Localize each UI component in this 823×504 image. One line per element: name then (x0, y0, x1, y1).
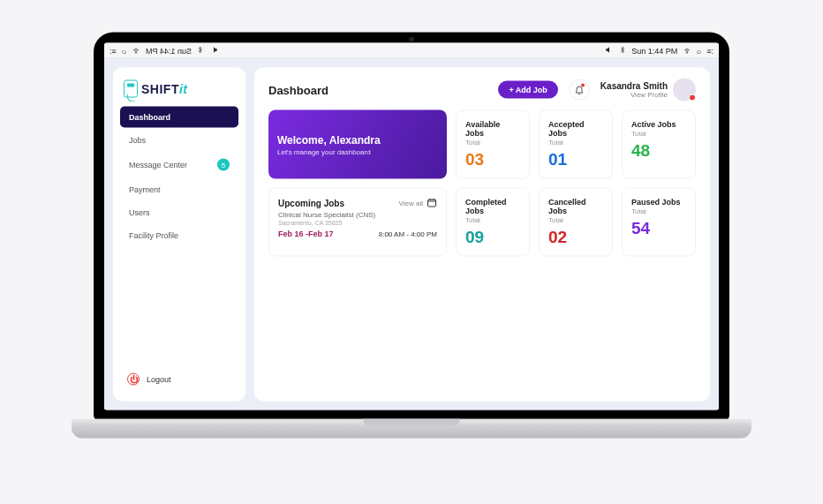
stat-label: Cancelled Jobs (548, 198, 603, 215)
svg-point-1 (687, 52, 688, 53)
notification-dot (581, 84, 585, 87)
screen: ≡: ⌕ Sun 1:44 PM (104, 43, 719, 410)
menubar-time-right: Sun 1:44 PM (631, 46, 677, 55)
stat-sub: Total (548, 139, 603, 147)
bluetooth-icon (197, 45, 204, 56)
stat-completed[interactable]: Completed Jobs Total 09 (456, 188, 530, 257)
stat-value: 48 (631, 141, 686, 161)
upcoming-location: Sacramento, CA 35035 (278, 220, 437, 226)
speaker-icon (605, 45, 614, 56)
logo[interactable]: SHIFTit (120, 79, 238, 107)
upcoming-dates: Feb 16 -Feb 17 (278, 229, 334, 238)
stat-sub: Total (465, 139, 520, 147)
logout-button[interactable]: ⏻ Logout (120, 368, 238, 391)
stat-label: Completed Jobs (465, 198, 520, 215)
sidebar-nav: Dashboard Jobs Message Center 5 Payment (120, 107, 238, 246)
power-icon: ⏻ (127, 373, 140, 386)
laptop-base (72, 419, 751, 439)
stat-active[interactable]: Active Jobs Total 48 (622, 110, 696, 179)
add-job-button[interactable]: + Add Job (498, 81, 557, 99)
stat-label: Available Jobs (465, 120, 520, 138)
logo-text: SHIFTit (141, 82, 188, 96)
search-icon: ⌕ (122, 46, 126, 55)
menubar-left: ≡: ⌕ Sun 1:44 PM (109, 45, 218, 56)
sidebar-item-users[interactable]: Users (120, 202, 238, 223)
upcoming-title: Upcoming Jobs (278, 198, 344, 207)
topbar: Dashboard + Add Job Kasandra Smith View … (268, 79, 696, 102)
stat-sub: Total (631, 207, 686, 215)
sidebar: SHIFTit Dashboard Jobs Message Cente (113, 68, 245, 402)
stat-sub: Total (631, 130, 686, 138)
logout-label: Logout (147, 375, 171, 384)
sidebar-item-facility-profile[interactable]: Facility Profile (120, 225, 238, 246)
wifi-icon (132, 45, 140, 56)
profile-name: Kasandra Smith (600, 81, 668, 91)
logo-icon (124, 80, 138, 98)
logo-main: SHIFT (141, 82, 179, 96)
laptop-frame: ≡: ⌕ Sun 1:44 PM (72, 33, 751, 452)
cards-row-2: Upcoming Jobs View all Clinical Nurse Sp… (268, 188, 696, 257)
stat-sub: Total (465, 216, 520, 224)
search-icon: ⌕ (697, 46, 701, 55)
sidebar-item-label: Dashboard (129, 113, 170, 122)
logo-accent: it (179, 82, 188, 96)
profile-link[interactable]: Kasandra Smith View Profile (600, 79, 696, 102)
calendar-icon (427, 198, 437, 208)
stat-paused[interactable]: Paused Jobs Total 54 (622, 188, 696, 257)
main-panel: Dashboard + Add Job Kasandra Smith View … (254, 68, 710, 402)
stat-value: 09 (465, 228, 520, 247)
upcoming-card[interactable]: Upcoming Jobs View all Clinical Nurse Sp… (268, 188, 447, 257)
menubar-time-left: Sun 1:44 PM (146, 46, 192, 55)
upcoming-time: 8:00 AM - 4:00 PM (379, 229, 437, 237)
sidebar-item-jobs[interactable]: Jobs (120, 130, 238, 151)
welcome-card: Welcome, Alexandra Let's manage your das… (268, 110, 447, 179)
mac-menubar: ≡: ⌕ Sun 1:44 PM (104, 43, 719, 59)
stat-value: 01 (548, 150, 603, 169)
topbar-right: + Add Job Kasandra Smith View Profile (498, 79, 696, 102)
sidebar-item-label: Facility Profile (129, 231, 178, 240)
stat-label: Accepted Jobs (548, 120, 603, 138)
sidebar-item-label: Payment (129, 185, 161, 194)
page-title: Dashboard (268, 83, 328, 96)
welcome-subtitle: Let's manage your dashboard (277, 147, 438, 155)
sidebar-item-label: Message Center (129, 161, 187, 169)
camera-dot (409, 37, 414, 42)
notifications-button[interactable] (569, 79, 590, 101)
screen-bezel: ≡: ⌕ Sun 1:44 PM (94, 33, 729, 421)
avatar (673, 79, 696, 102)
app-root: SHIFTit Dashboard Jobs Message Cente (104, 59, 719, 410)
sidebar-item-payment[interactable]: Payment (120, 179, 238, 200)
stat-label: Active Jobs (631, 120, 686, 129)
welcome-title: Welcome, Alexandra (277, 133, 438, 146)
stat-label: Paused Jobs (631, 198, 686, 207)
view-profile-link: View Profile (600, 91, 668, 99)
stat-value: 02 (548, 228, 603, 247)
stat-value: 54 (631, 219, 686, 238)
svg-rect-2 (428, 199, 436, 207)
speaker-icon (209, 45, 218, 56)
cards-row-1: Welcome, Alexandra Let's manage your das… (268, 110, 696, 179)
profile-text: Kasandra Smith View Profile (600, 81, 668, 99)
menu-icon: ≡: (109, 46, 117, 55)
sidebar-item-message-center[interactable]: Message Center 5 (120, 153, 238, 177)
sidebar-item-dashboard[interactable]: Dashboard (120, 107, 238, 128)
view-all-link[interactable]: View all (399, 198, 437, 208)
wifi-icon (683, 45, 691, 56)
view-all-label: View all (399, 199, 423, 207)
menu-icon: ≡: (706, 46, 714, 55)
stat-value: 03 (465, 150, 520, 169)
bluetooth-icon (619, 45, 626, 56)
stat-cancelled[interactable]: Cancelled Jobs Total 02 (539, 188, 613, 257)
svg-point-0 (135, 52, 136, 53)
menubar-right: Sun 1:44 PM ⌕ ≡: (605, 45, 714, 56)
status-dot (689, 94, 696, 102)
stat-sub: Total (548, 216, 603, 224)
sidebar-item-label: Users (129, 208, 150, 217)
trackpad-notch (363, 419, 460, 426)
sidebar-item-label: Jobs (129, 136, 146, 145)
stat-available[interactable]: Available Jobs Total 03 (456, 110, 530, 179)
upcoming-role: Clinical Nurse Specialist (CNS) (278, 211, 437, 219)
badge: 5 (217, 159, 230, 171)
stat-accepted[interactable]: Accepted Jobs Total 01 (539, 110, 613, 179)
